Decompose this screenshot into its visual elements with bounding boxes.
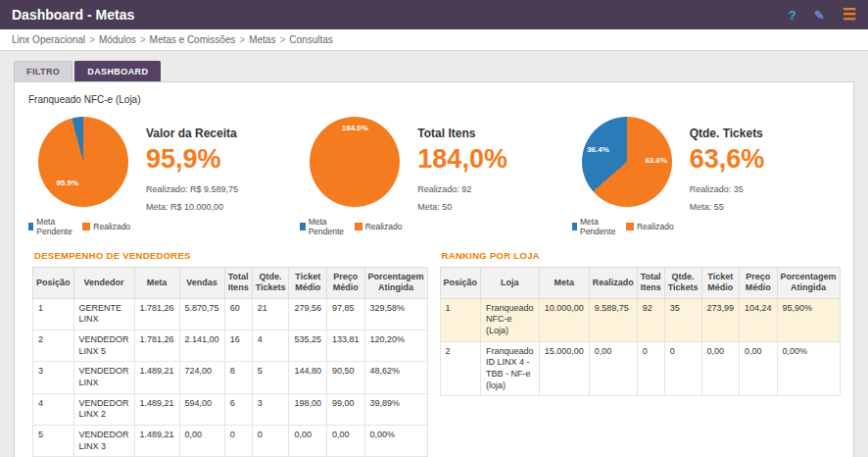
tables-row: DESEMPENHO DE VENDEDORES PosiçãoVendedor… bbox=[26, 250, 842, 457]
menu-icon[interactable]: ☰ bbox=[843, 7, 856, 23]
legend-item-meta-pendente[interactable]: Meta Pendente bbox=[300, 217, 346, 236]
breadcrumb-separator: > bbox=[239, 34, 245, 45]
legend-swatch-blue bbox=[300, 223, 305, 230]
table-header-row: PosiçãoVendedorMetaVendasTotal ItensQtde… bbox=[33, 268, 428, 299]
column-header[interactable]: Realizado bbox=[589, 268, 637, 299]
breadcrumb-item[interactable]: Módulos bbox=[99, 34, 136, 45]
chart-realizado-line: Realizado: R$ 9.589,75 bbox=[146, 184, 238, 194]
tab-dashboard[interactable]: DASHBOARD bbox=[74, 61, 161, 81]
column-header[interactable]: Total Itens bbox=[637, 268, 664, 299]
table-cell: 0 bbox=[664, 341, 701, 396]
help-icon[interactable]: ? bbox=[789, 9, 796, 22]
legend-swatch-orange bbox=[82, 223, 90, 230]
table-cell: 90,50 bbox=[327, 362, 365, 393]
breadcrumb: Linx Operacional>Módulos>Metas e Comissõ… bbox=[0, 29, 868, 51]
table-row[interactable]: 3VENDEDOR LINX1.489,21724,0085144,8090,5… bbox=[33, 362, 428, 393]
table-cell: 15.000,00 bbox=[539, 341, 589, 396]
table-cell: 0 bbox=[637, 341, 664, 396]
section-title-vendedores: DESEMPENHO DE VENDEDORES bbox=[34, 250, 428, 261]
table-cell: 16 bbox=[224, 330, 252, 361]
table-row[interactable]: 4VENDEDOR LINX 21.489,21594,0063198,0099… bbox=[33, 393, 428, 425]
column-header[interactable]: Posição bbox=[440, 268, 481, 299]
legend-item-realizado[interactable]: Realizado bbox=[626, 217, 674, 236]
chart-meta-line: Meta: R$ 10.000,00 bbox=[146, 202, 238, 212]
tab-filtro[interactable]: FILTRO bbox=[14, 61, 72, 81]
column-header[interactable]: Meta bbox=[539, 268, 589, 299]
chart-legend: Meta Pendente Realizado bbox=[300, 217, 410, 236]
table-cell: 120,20% bbox=[364, 330, 427, 361]
table-cell: 133,81 bbox=[327, 330, 365, 361]
vendedores-section: DESEMPENHO DE VENDEDORES PosiçãoVendedor… bbox=[26, 250, 434, 457]
column-header[interactable]: Vendedor bbox=[73, 268, 134, 299]
table-row[interactable]: 5VENDEDOR LINX 31.489,210,00000,000,000,… bbox=[33, 426, 428, 457]
tab-bar: FILTRO DASHBOARD bbox=[14, 61, 854, 81]
table-cell: 0,00 bbox=[589, 341, 637, 396]
table-cell: 35 bbox=[664, 298, 701, 341]
edit-icon[interactable]: ✎ bbox=[814, 9, 825, 22]
table-cell: 2 bbox=[33, 330, 74, 361]
column-header[interactable]: Preço Médio bbox=[740, 268, 778, 299]
legend-item-realizado[interactable]: Realizado bbox=[355, 217, 403, 236]
table-cell: 0,00 bbox=[327, 426, 365, 457]
table-cell: 0,00 bbox=[701, 341, 740, 396]
column-header[interactable]: Meta bbox=[134, 268, 179, 299]
legend-item-realizado[interactable]: Realizado bbox=[82, 217, 130, 236]
dashboard-panel: Franqueado NFC-e (Loja) 95.9% Meta Pende… bbox=[14, 81, 854, 457]
table-cell: 1.781,26 bbox=[134, 298, 179, 330]
section-title-ranking: RANKING POR LOJA bbox=[442, 250, 841, 261]
breadcrumb-item[interactable]: Linx Operacional bbox=[12, 34, 85, 45]
column-header[interactable]: Preço Médio bbox=[327, 268, 365, 299]
legend-item-meta-pendente[interactable]: Meta Pendente bbox=[572, 217, 618, 236]
chart-meta-line: Meta: 50 bbox=[417, 202, 507, 212]
column-header[interactable]: Ticket Médio bbox=[701, 268, 740, 299]
table-cell: 6 bbox=[224, 393, 252, 425]
table-cell: 329,58% bbox=[364, 298, 427, 330]
column-header[interactable]: Posição bbox=[33, 268, 74, 299]
table-row[interactable]: 1Franqueado NFC-e (Loja)10.000,009.589,7… bbox=[440, 298, 840, 341]
table-cell: 39,89% bbox=[364, 393, 427, 425]
table-cell: 21 bbox=[252, 298, 289, 330]
table-row[interactable]: 2VENDEDOR LINX 51.781,262.141,00164535,2… bbox=[33, 330, 428, 361]
legend-item-meta-pendente[interactable]: Meta Pendente bbox=[28, 217, 74, 236]
table-cell: 3 bbox=[33, 362, 74, 393]
table-cell: 5 bbox=[33, 426, 74, 457]
table-cell: 10.000,00 bbox=[539, 298, 589, 341]
table-row[interactable]: 1GERENTE LINX1.781,265.870,756021279,569… bbox=[33, 298, 428, 330]
pie-chart-valor-receita: 95.9% bbox=[38, 117, 128, 207]
vendedores-table: PosiçãoVendedorMetaVendasTotal ItensQtde… bbox=[32, 267, 428, 457]
ranking-section: RANKING POR LOJA PosiçãoLojaMetaRealizad… bbox=[434, 250, 846, 457]
table-cell: 2.141,00 bbox=[179, 330, 224, 361]
table-cell: 0,00% bbox=[364, 426, 427, 457]
pie-chart-qtde-tickets: 36.4% 63.6% bbox=[582, 117, 672, 207]
table-cell: 198,00 bbox=[289, 393, 327, 425]
chart-big-value: 95,9% bbox=[146, 144, 238, 175]
breadcrumb-separator: > bbox=[140, 34, 146, 45]
table-cell: 1 bbox=[440, 298, 481, 341]
ranking-table: PosiçãoLojaMetaRealizadoTotal ItensQtde.… bbox=[440, 267, 841, 396]
table-cell: 99,00 bbox=[327, 393, 365, 425]
column-header[interactable]: Loja bbox=[481, 268, 540, 299]
table-cell: 1.781,26 bbox=[134, 330, 179, 361]
table-row[interactable]: 2Franqueado ID LINX 4 - TBB - NF-e (loja… bbox=[440, 341, 840, 396]
column-header[interactable]: Total Itens bbox=[224, 268, 252, 299]
table-cell: 97,85 bbox=[327, 298, 365, 330]
pie-slice-label: 95.9% bbox=[56, 178, 78, 187]
table-cell: 0,00% bbox=[777, 341, 840, 396]
chart-title: Qtde. Tickets bbox=[690, 127, 765, 140]
column-header[interactable]: Qtde. Tickets bbox=[664, 268, 701, 299]
chart-big-value: 63,6% bbox=[690, 144, 765, 175]
column-header[interactable]: Qtde. Tickets bbox=[252, 268, 289, 299]
column-header[interactable]: Porcentagem Atingida bbox=[364, 268, 427, 299]
column-header[interactable]: Ticket Médio bbox=[289, 268, 327, 299]
table-cell: 9.589,75 bbox=[589, 298, 637, 341]
breadcrumb-separator: > bbox=[89, 34, 95, 45]
table-cell: GERENTE LINX bbox=[73, 298, 134, 330]
breadcrumb-item[interactable]: Metas e Comissões bbox=[150, 34, 236, 45]
column-header[interactable]: Porcentagem Atingida bbox=[777, 268, 840, 299]
chart-legend: Meta Pendente Realizado bbox=[28, 217, 138, 236]
table-cell: 8 bbox=[224, 362, 252, 393]
breadcrumb-item[interactable]: Consultas bbox=[289, 34, 332, 45]
table-cell: 5.870,75 bbox=[179, 298, 224, 330]
breadcrumb-item[interactable]: Metas bbox=[249, 34, 275, 45]
column-header[interactable]: Vendas bbox=[179, 268, 224, 299]
